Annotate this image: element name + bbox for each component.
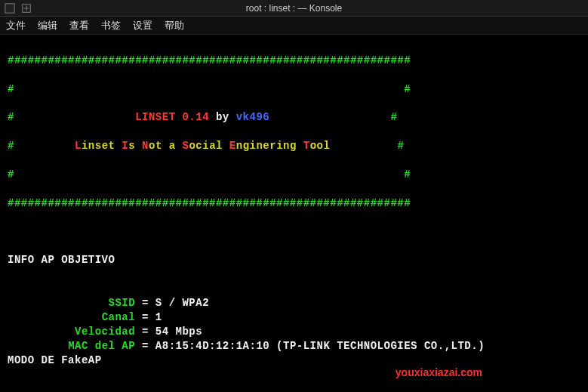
- banner-hash-side: #: [8, 111, 14, 123]
- banner-author: vk496: [236, 111, 270, 123]
- terminal-output[interactable]: ########################################…: [0, 35, 588, 392]
- canal-value: 1: [155, 311, 162, 323]
- menu-help[interactable]: 帮助: [165, 19, 184, 32]
- menu-view[interactable]: 查看: [69, 19, 89, 32]
- banner-title: LINSET: [135, 111, 182, 123]
- banner-hash-side: #: [390, 111, 397, 123]
- banner-hash: ########################################…: [8, 54, 411, 66]
- canal-label: Canal: [102, 311, 136, 323]
- window-titlebar: root : linset : — Konsole: [0, 0, 588, 17]
- app-icon: [5, 3, 15, 14]
- mac-value: A8:15:4D:12:1A:10: [155, 340, 269, 352]
- banner-hash-side: #: [404, 83, 411, 95]
- mac-label: MAC del AP: [68, 340, 135, 352]
- new-tab-icon[interactable]: [21, 3, 32, 14]
- velocidad-value: 54 Mbps: [155, 326, 202, 338]
- banner-hash-side: #: [8, 168, 14, 181]
- banner-hash-side: #: [8, 140, 14, 152]
- banner-hash-side: #: [397, 140, 404, 152]
- menu-bookmarks[interactable]: 书签: [101, 19, 121, 32]
- menubar: 文件 编辑 查看 书签 设置 帮助: [0, 17, 588, 35]
- svg-rect-0: [5, 3, 14, 12]
- menu-file[interactable]: 文件: [6, 19, 26, 32]
- ssid-label: SSID: [109, 297, 136, 309]
- menu-settings[interactable]: 设置: [133, 19, 152, 32]
- velocidad-label: Velocidad: [75, 326, 135, 338]
- banner-hash-side: #: [8, 83, 14, 95]
- info-header: INFO AP OBJETIVO: [8, 254, 115, 266]
- fakeap-header: MODO DE FakeAP: [8, 354, 102, 366]
- ssid-value: S / WPA2: [155, 297, 209, 309]
- banner-hash-side: #: [404, 168, 411, 181]
- window-title: root : linset : — Konsole: [246, 3, 342, 14]
- banner-hash: ########################################…: [8, 197, 411, 209]
- watermark: youxiaxiazai.com: [396, 366, 482, 378]
- vendor: (TP-LINK TECHNOLOGIES CO.,LTD.): [276, 340, 485, 352]
- menu-edit[interactable]: 编辑: [38, 19, 57, 32]
